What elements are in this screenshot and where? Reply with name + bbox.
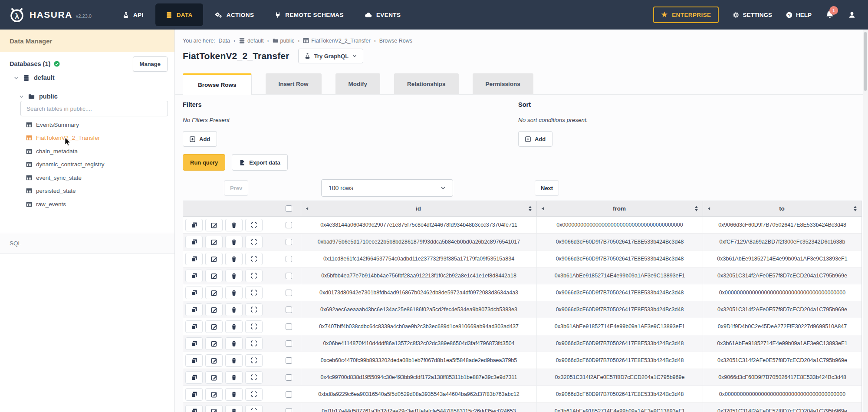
expand-row-button[interactable] bbox=[245, 337, 263, 350]
hasura-brand[interactable]: λ HASURA v2.23.0 bbox=[0, 7, 92, 23]
column-header-from[interactable]: from bbox=[536, 201, 703, 216]
expand-row-button[interactable] bbox=[245, 219, 263, 231]
cell-to[interactable]: 0x32051C314f2AFe0E57f8D7cECD204a1C795b96… bbox=[703, 301, 861, 318]
cell-id[interactable]: 0xbd8a9229c6ea90316540a5f5d0529d08a39355… bbox=[301, 386, 536, 402]
sidebar-item-sql[interactable]: SQL bbox=[0, 233, 174, 254]
chevron-down-icon[interactable] bbox=[14, 76, 19, 80]
select-all-checkbox[interactable] bbox=[286, 205, 292, 212]
cell-to[interactable]: 0x32051C314f2AFe0E57f8D7cECD204a1C795b96… bbox=[703, 403, 861, 412]
manage-button[interactable]: Manage bbox=[133, 56, 168, 72]
search-input[interactable] bbox=[20, 101, 168, 116]
scrollbar-thumb[interactable] bbox=[864, 32, 867, 91]
sidebar-item-raw_events[interactable]: raw_events bbox=[26, 198, 170, 211]
cell-id[interactable]: 0x692aec6aeaaab43bc6e134ac25e86186f02a5c… bbox=[301, 301, 536, 318]
tab-relationships[interactable]: Relationships bbox=[394, 73, 459, 94]
breadcrumb-item-browse-rows[interactable]: Browse Rows bbox=[379, 38, 412, 44]
cell-from[interactable]: 0x3b61AbEe91852714E4e99b09a1AF3e9C13893e… bbox=[536, 318, 703, 335]
delete-row-button[interactable] bbox=[225, 303, 243, 316]
cell-from[interactable]: 0x9066d3cF60D9f7B705026417E8E533b424Bc3d… bbox=[536, 352, 703, 369]
row-checkbox[interactable] bbox=[286, 357, 292, 364]
clone-row-button[interactable] bbox=[185, 303, 203, 316]
sort-icon[interactable] bbox=[853, 205, 857, 212]
expand-row-button[interactable] bbox=[245, 287, 263, 299]
cell-to[interactable]: 0x32051C314f2AFe0E57f8D7cECD204a1C795b96… bbox=[703, 352, 861, 369]
edit-row-button[interactable] bbox=[205, 253, 223, 265]
edit-row-button[interactable] bbox=[205, 287, 223, 299]
collapse-left-icon[interactable] bbox=[541, 207, 544, 211]
cell-to[interactable]: 0x32051C314f2AFe0E57f8D7cECD204a1C795b96… bbox=[703, 267, 861, 284]
clone-row-button[interactable] bbox=[185, 388, 203, 401]
expand-row-button[interactable] bbox=[245, 270, 263, 282]
cell-to[interactable]: 0x9066d3cF60D9f7B705026417E8E533b424Bc3d… bbox=[703, 217, 861, 233]
cell-from[interactable]: 0x9066d3cF60D9f7B705026417E8E533b424Bc3d… bbox=[536, 250, 703, 267]
sidebar-item-chain_metadata[interactable]: chain_metadata bbox=[26, 145, 170, 158]
clone-row-button[interactable] bbox=[185, 354, 203, 367]
cell-from[interactable]: 0x00000000000000000000000000000000000000… bbox=[536, 217, 703, 233]
expand-row-button[interactable] bbox=[245, 236, 263, 248]
enterprise-button[interactable]: ★ ENTERPRISE bbox=[653, 7, 719, 23]
row-checkbox[interactable] bbox=[286, 290, 292, 296]
expand-row-button[interactable] bbox=[245, 303, 263, 316]
try-graphql-button[interactable]: Try GraphQL bbox=[298, 49, 363, 63]
tab-browse-rows[interactable]: Browse Rows bbox=[183, 73, 252, 95]
row-checkbox[interactable] bbox=[286, 222, 292, 228]
settings-button[interactable]: SETTINGS bbox=[733, 12, 772, 18]
cell-id[interactable]: 0x4c99700d838d1955094c30e493bb9cfdf172a1… bbox=[301, 369, 536, 386]
add-sort-button[interactable]: Add bbox=[518, 131, 552, 147]
row-checkbox[interactable] bbox=[286, 307, 292, 313]
edit-row-button[interactable] bbox=[205, 371, 223, 384]
cell-to[interactable]: 0x3b61AbEe91852714E4e99b09a1AF3e9C13893e… bbox=[703, 250, 861, 267]
delete-row-button[interactable] bbox=[225, 270, 243, 282]
delete-row-button[interactable] bbox=[225, 354, 243, 367]
sidebar-item-public-schema[interactable]: public bbox=[19, 93, 58, 100]
cell-to[interactable]: 0x9066d3cF60D9f7B705026417E8E533b424Bc3d… bbox=[703, 369, 861, 386]
cell-to[interactable]: 0xfCF7129A8a69a2BD7f2f300eFc352342D6c163… bbox=[703, 234, 861, 250]
delete-row-button[interactable] bbox=[225, 405, 243, 412]
run-query-button[interactable]: Run query bbox=[183, 154, 225, 171]
edit-row-button[interactable] bbox=[205, 219, 223, 231]
delete-row-button[interactable] bbox=[225, 287, 243, 299]
cell-id[interactable]: 0x06be4114870f410d4ddf86a13572c8f32c02dc… bbox=[301, 335, 536, 352]
cell-id[interactable]: 0x5bfbb4ea77e7b914bb4ae756fbf28aa912213f… bbox=[301, 267, 536, 284]
delete-row-button[interactable] bbox=[225, 388, 243, 401]
cell-to[interactable]: 0x9D1f9D4b0C2e45DeA272FfE30227d9699510A8… bbox=[703, 318, 861, 335]
column-header-id[interactable]: id bbox=[301, 201, 536, 216]
edit-row-button[interactable] bbox=[205, 320, 223, 333]
cell-to[interactable]: 0x00000000000000000000000000000000000000… bbox=[703, 386, 861, 402]
edit-row-button[interactable] bbox=[205, 236, 223, 248]
expand-row-button[interactable] bbox=[245, 354, 263, 367]
sidebar-item-persisted_state[interactable]: persisted_state bbox=[26, 185, 170, 198]
cell-from[interactable]: 0x9066d3cF60D9f7B705026417E8E533b424Bc3d… bbox=[536, 234, 703, 250]
sort-icon[interactable] bbox=[528, 205, 532, 212]
breadcrumb-item-fiattokenv2_2_transfer[interactable]: FiatTokenV2_2_Transfer bbox=[303, 38, 370, 44]
row-checkbox[interactable] bbox=[286, 239, 292, 245]
cell-id[interactable]: 0x11cd8e61fc142f664537754c0adbd11e237732… bbox=[301, 250, 536, 267]
edit-row-button[interactable] bbox=[205, 337, 223, 350]
sort-icon[interactable] bbox=[694, 205, 698, 212]
add-filter-button[interactable]: Add bbox=[183, 131, 217, 147]
cell-from[interactable]: 0x9066d3cF60D9f7B705026417E8E533b424Bc3d… bbox=[536, 301, 703, 318]
chevron-down-icon[interactable] bbox=[19, 94, 24, 99]
cell-id[interactable]: 0xd0173d80942e7301b8fdb4ad916867b02462db… bbox=[301, 284, 536, 301]
expand-row-button[interactable] bbox=[245, 320, 263, 333]
breadcrumb-item-data[interactable]: Data bbox=[219, 38, 230, 44]
cell-from[interactable]: 0x3b61AbEe91852714E4e99b09a1AF3e9C13893e… bbox=[536, 267, 703, 284]
clone-row-button[interactable] bbox=[185, 236, 203, 248]
tab-modify[interactable]: Modify bbox=[335, 73, 381, 94]
collapse-left-icon[interactable] bbox=[707, 207, 710, 211]
column-header-to[interactable]: to bbox=[703, 201, 861, 216]
help-button[interactable]: ? HELP bbox=[786, 12, 812, 18]
user-menu-button[interactable] bbox=[848, 11, 856, 19]
sidebar-item-fiattokenv2_2_transfer[interactable]: FiatTokenV2_2_Transfer bbox=[26, 132, 170, 145]
cell-id[interactable]: 0x7407bff4b038cdbc64c8339a4cb0ae9b2c3b3e… bbox=[301, 318, 536, 335]
cell-from[interactable]: 0x32051C314f2AFe0E57f8D7cECD204a1C795b96… bbox=[536, 369, 703, 386]
row-checkbox[interactable] bbox=[286, 256, 292, 262]
clone-row-button[interactable] bbox=[185, 253, 203, 265]
delete-row-button[interactable] bbox=[225, 236, 243, 248]
cell-id[interactable]: 0xf1b17a44d587761a3b32d2ae29c3ed1fefafcf… bbox=[301, 403, 536, 412]
delete-row-button[interactable] bbox=[225, 320, 243, 333]
row-checkbox[interactable] bbox=[286, 273, 292, 279]
sidebar-item-default-database[interactable]: default bbox=[14, 74, 55, 81]
cell-id[interactable]: 0xbad975b6e5d1710ece22b5b8bd2861879f93dd… bbox=[301, 234, 536, 250]
expand-row-button[interactable] bbox=[245, 388, 263, 401]
